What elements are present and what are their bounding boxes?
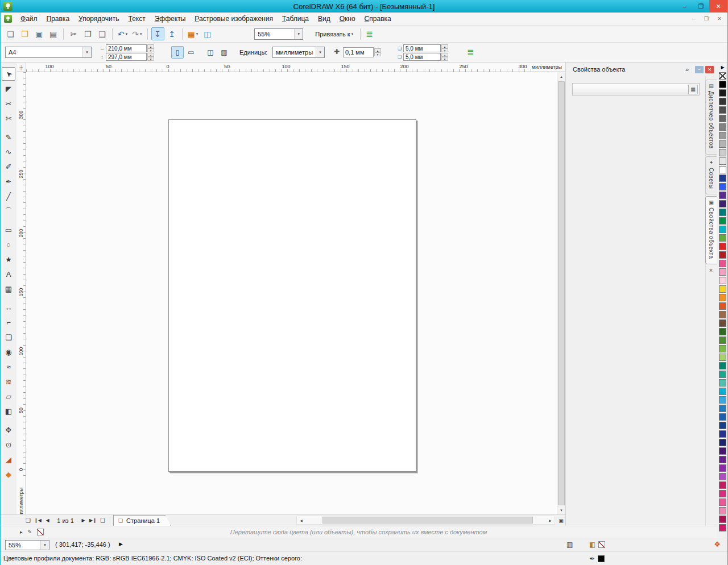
three-point-curve-tool[interactable]: ⌒ <box>2 204 15 218</box>
nudge-spinner[interactable]: ▴ ▾ <box>374 48 381 56</box>
application-launcher-button[interactable]: ▦▾ <box>186 27 200 40</box>
no-color-swatch[interactable] <box>719 72 726 80</box>
color-swatch[interactable] <box>719 268 726 276</box>
color-swatch[interactable] <box>719 413 726 421</box>
docker-tabs-close-button[interactable]: ✕ <box>705 268 717 273</box>
color-swatch[interactable] <box>719 507 726 514</box>
current-page-button[interactable]: ▥ <box>218 46 230 59</box>
horizontal-scrollbar[interactable]: ◀ ▶ <box>296 516 555 525</box>
color-swatch[interactable] <box>719 345 726 352</box>
minimize-button[interactable]: – <box>676 0 693 13</box>
horizontal-ruler[interactable]: миллиметры 10050050100150200250300 <box>26 63 565 72</box>
color-swatch[interactable] <box>719 200 726 207</box>
chevron-down-icon[interactable]: ▾ <box>40 541 49 550</box>
spin-down-icon[interactable]: ▾ <box>441 48 448 52</box>
duplicate-y-field[interactable]: 5,0 мм <box>403 53 441 61</box>
color-swatch[interactable] <box>719 140 726 148</box>
color-swatch[interactable] <box>719 192 726 199</box>
color-swatch[interactable] <box>719 123 726 131</box>
color-swatch[interactable] <box>719 354 726 361</box>
color-swatch[interactable] <box>719 251 726 259</box>
ellipse-tool[interactable]: ○ <box>2 238 15 251</box>
color-swatch[interactable] <box>719 456 726 463</box>
duplicate-y-spinner[interactable]: ▴ ▾ <box>441 53 448 61</box>
spin-down-icon[interactable]: ▾ <box>441 57 448 61</box>
menu-item-arrange[interactable]: Упорядочить <box>74 13 123 24</box>
status-tray-icon[interactable]: ❖ <box>714 540 721 549</box>
color-swatch[interactable] <box>719 362 726 369</box>
color-swatch[interactable] <box>719 98 726 105</box>
fill-tool[interactable]: ◆ <box>2 467 15 481</box>
extrude-tool[interactable]: ◧ <box>2 404 15 418</box>
docker-options-icon[interactable]: » <box>685 66 689 73</box>
first-page-button[interactable]: ❙◀ <box>33 516 43 525</box>
chevron-down-icon[interactable]: ▾ <box>316 47 324 57</box>
page-preset-select[interactable]: A4 ▾ <box>5 47 92 58</box>
units-select[interactable]: миллиметры ▾ <box>272 47 325 58</box>
rectangle-tool[interactable]: ▭ <box>2 223 15 236</box>
color-swatch[interactable] <box>719 209 726 216</box>
color-swatch[interactable] <box>719 498 726 506</box>
envelope-tool[interactable]: ▱ <box>2 389 15 403</box>
vertical-scroll-thumb[interactable] <box>558 81 565 505</box>
color-swatch[interactable] <box>719 481 726 489</box>
color-swatch[interactable] <box>719 166 726 173</box>
next-page-button[interactable]: ▶ <box>78 516 88 525</box>
color-swatch[interactable] <box>719 260 726 267</box>
color-swatch[interactable] <box>719 464 726 472</box>
snap-to-button[interactable]: Привязать к ▾ <box>311 29 357 39</box>
color-swatch[interactable] <box>719 447 726 455</box>
page-width-spinner[interactable]: ▴ ▾ <box>147 44 154 52</box>
shape-tool[interactable]: ◤ <box>2 82 15 95</box>
scroll-down-button[interactable]: ▼ <box>557 506 565 514</box>
color-swatch[interactable] <box>719 285 726 293</box>
docker-collapse-button[interactable]: − <box>695 66 704 73</box>
text-tool[interactable]: А <box>2 267 15 281</box>
bezier-tool[interactable]: ∿ <box>2 145 15 159</box>
drawing-canvas[interactable] <box>26 72 557 514</box>
color-eyedropper-tool[interactable]: ◢ <box>2 452 15 466</box>
color-swatch[interactable] <box>719 302 726 310</box>
drop-shadow-tool[interactable]: ❑ <box>2 330 15 344</box>
print-document-button[interactable]: ▤ <box>47 27 60 40</box>
color-swatch[interactable] <box>719 516 726 523</box>
vertical-scrollbar[interactable]: ▲ ▼ <box>557 72 565 514</box>
spin-up-icon[interactable]: ▴ <box>147 44 154 48</box>
connector-tool[interactable]: ⌐ <box>2 315 15 329</box>
color-swatch[interactable] <box>719 396 726 404</box>
cut-button[interactable]: ✂ <box>67 27 80 40</box>
menu-item-window[interactable]: Окно <box>335 13 360 24</box>
export-button[interactable]: ↥ <box>166 27 179 40</box>
color-swatch[interactable] <box>719 405 726 412</box>
color-swatch[interactable] <box>719 430 726 438</box>
scroll-up-button[interactable]: ▲ <box>557 72 565 81</box>
color-swatch[interactable] <box>719 183 726 190</box>
import-button[interactable]: ↧ <box>151 27 164 40</box>
polyline-tool[interactable]: ╱ <box>2 189 15 203</box>
horizontal-scroll-thumb[interactable] <box>322 517 533 524</box>
spin-down-icon[interactable]: ▾ <box>147 48 154 52</box>
menu-item-table[interactable]: Таблица <box>278 13 313 24</box>
add-page-after-button[interactable]: ❏ <box>98 516 107 525</box>
color-swatch[interactable] <box>719 81 726 88</box>
last-page-button[interactable]: ▶❙ <box>88 516 98 525</box>
spin-up-icon[interactable]: ▴ <box>147 53 154 57</box>
color-swatch[interactable] <box>719 311 726 318</box>
zoom-levels-select[interactable]: 55% ▾ <box>254 28 303 40</box>
vertical-ruler[interactable]: миллиметры 300250200150100500 <box>16 72 26 514</box>
menu-item-effects[interactable]: Эффекты <box>150 13 191 24</box>
color-swatch[interactable] <box>719 175 726 182</box>
no-color-swatch[interactable] <box>37 529 44 535</box>
portrait-button[interactable]: ▯ <box>171 46 184 59</box>
color-swatch[interactable] <box>719 132 726 139</box>
color-swatch[interactable] <box>719 524 726 531</box>
add-page-before-button[interactable]: ❏ <box>23 516 33 525</box>
object-info-icon[interactable]: ▥ <box>566 541 573 549</box>
scroll-left-button[interactable]: ◀ <box>297 516 305 524</box>
treat-as-filled-button[interactable]: ≣ <box>467 47 474 57</box>
color-swatch[interactable] <box>719 319 726 327</box>
docker-tab-hints[interactable]: ✦Советы <box>705 156 717 194</box>
knife-tool[interactable]: ✄ <box>2 111 15 125</box>
color-swatch[interactable] <box>719 217 726 225</box>
color-swatch[interactable] <box>719 234 726 242</box>
